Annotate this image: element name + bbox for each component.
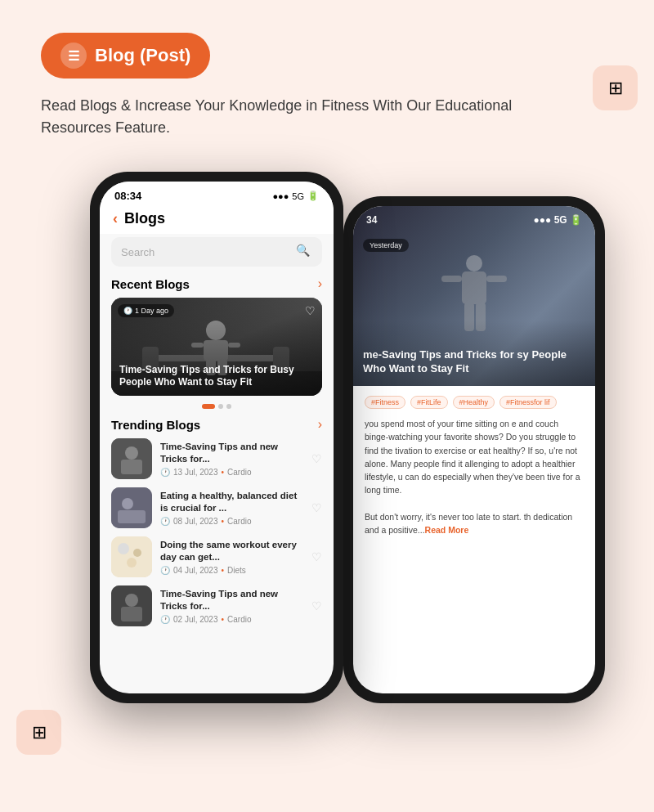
blog-info-2: Eating a healthy, balanced diet is cruci… [160, 490, 303, 526]
featured-heart-icon[interactable]: ♡ [305, 304, 316, 317]
back-button[interactable]: ‹ [113, 210, 118, 227]
featured-time-badge: 🕐 1 Day ago [118, 304, 174, 317]
phone-nav: ‹ Blogs [100, 205, 334, 234]
blog-icon: ☰ [60, 43, 87, 69]
svg-point-18 [125, 446, 138, 460]
list-item[interactable]: Eating a healthy, balanced diet is cruci… [111, 487, 322, 528]
badge-label: Blog (Post) [95, 45, 190, 66]
back-signal: ●●● 5G 🔋 [534, 214, 582, 226]
featured-card[interactable]: 🕐 1 Day ago ♡ Time-Saving Tips and Trick… [111, 298, 322, 396]
blog-info-4: Time-Saving Tips and new Tricks for... 🕐… [160, 588, 303, 624]
back-hero-image: 34 ●●● 5G 🔋 Yesterday me-Saving Tips and… [353, 206, 595, 386]
tag-healthy: #Healthy [453, 396, 495, 409]
hero-illustration [425, 247, 523, 353]
dot-3[interactable] [226, 404, 231, 409]
svg-point-24 [118, 543, 129, 554]
blog-item-title-4: Time-Saving Tips and new Tricks for... [160, 588, 303, 612]
featured-overlay: Time-Saving Tips and Tricks for Busy Peo… [111, 357, 322, 396]
svg-rect-3 [486, 276, 507, 282]
blog-badge: ☰ Blog (Post) [41, 33, 210, 79]
article-text: you spend most of your time sitting on e… [365, 417, 584, 536]
svg-point-26 [127, 558, 137, 568]
recent-blogs-title: Recent Blogs [111, 277, 190, 291]
carousel-dots [100, 404, 334, 409]
yesterday-badge: Yesterday [363, 239, 409, 252]
phones-container: 34 ●●● 5G 🔋 Yesterday me-Saving Tips and… [41, 172, 613, 728]
tag-fitness: #Fitness [365, 396, 405, 409]
svg-rect-1 [462, 271, 486, 304]
deco-shape-right: ⊞ [593, 65, 638, 110]
blog-heart-2[interactable]: ♡ [311, 501, 322, 514]
phone-front-inner: 08:34 ●●● 5G 🔋 ‹ Blogs Search 🔍 Recent B… [100, 182, 334, 693]
list-item[interactable]: Time-Saving Tips and new Tricks for... 🕐… [111, 585, 322, 626]
battery-icon: 🔋 [307, 191, 319, 201]
blog-heart-1[interactable]: ♡ [311, 452, 322, 465]
phone-back-inner: 34 ●●● 5G 🔋 Yesterday me-Saving Tips and… [353, 206, 595, 693]
blog-thumb-4 [111, 585, 152, 626]
tag-fitnessfor: #Fitnessfor lif [499, 396, 557, 409]
phone-back: 34 ●●● 5G 🔋 Yesterday me-Saving Tips and… [343, 196, 605, 703]
svg-rect-29 [121, 607, 142, 621]
network-label: 5G [292, 191, 304, 201]
blog-item-title-2: Eating a healthy, balanced diet is cruci… [160, 490, 303, 514]
recent-blogs-header: Recent Blogs › [100, 275, 334, 298]
blog-item-meta-2: 🕐 08 Jul, 2023 • Cardio [160, 517, 303, 526]
recent-blogs-arrow[interactable]: › [318, 276, 322, 291]
status-bar: 08:34 ●●● 5G 🔋 [100, 182, 334, 205]
blog-item-title-1: Time-Saving Tips and new Tricks for... [160, 441, 303, 465]
svg-point-25 [133, 549, 141, 557]
list-item[interactable]: Doing the same workout every day can get… [111, 536, 322, 577]
blog-heart-4[interactable]: ♡ [311, 599, 322, 612]
tags-row: #Fitness #FitLife #Healthy #Fitnessfor l… [365, 396, 584, 409]
signal-icon: ●●● [272, 191, 289, 201]
blog-thumb-1 [111, 438, 152, 479]
blog-item-meta-3: 🕐 04 Jul, 2023 • Diets [160, 566, 303, 575]
trending-blogs-header: Trending Blogs › [100, 415, 334, 438]
svg-point-11 [206, 321, 226, 340]
back-time: 34 [366, 214, 377, 226]
read-more-link[interactable]: Read More [425, 525, 469, 535]
svg-rect-5 [476, 303, 486, 331]
featured-title: Time-Saving Tips and Tricks for Busy Peo… [119, 364, 314, 389]
tag-fitlife: #FitLife [410, 396, 448, 409]
back-article-body: #Fitness #FitLife #Healthy #Fitnessfor l… [353, 386, 595, 693]
svg-rect-2 [441, 276, 462, 282]
search-placeholder: Search [121, 246, 155, 258]
trending-blogs-arrow[interactable]: › [318, 417, 322, 432]
blog-item-meta-4: 🕐 02 Jul, 2023 • Cardio [160, 615, 303, 624]
back-phone-content: 34 ●●● 5G 🔋 Yesterday me-Saving Tips and… [353, 206, 595, 693]
svg-point-21 [122, 498, 133, 509]
list-item[interactable]: Time-Saving Tips and new Tricks for... 🕐… [111, 438, 322, 479]
header-section: ☰ Blog (Post) Read Blogs & Increase Your… [0, 0, 654, 155]
svg-rect-14 [228, 343, 240, 348]
search-bar[interactable]: Search 🔍 [111, 237, 322, 267]
blog-item-title-3: Doing the same workout every day can get… [160, 539, 303, 563]
svg-rect-22 [118, 510, 146, 523]
blog-thumb-3 [111, 536, 152, 577]
svg-point-28 [125, 594, 138, 607]
svg-rect-23 [111, 536, 152, 577]
blog-item-meta-1: 🕐 13 Jul, 2023 • Cardio [160, 468, 303, 477]
back-hero-title: me-Saving Tips and Tricks for sy People … [363, 348, 585, 376]
back-status-bar: 34 ●●● 5G 🔋 [353, 214, 595, 226]
blog-info-1: Time-Saving Tips and new Tricks for... 🕐… [160, 441, 303, 477]
blog-heart-3[interactable]: ♡ [311, 550, 322, 563]
svg-rect-19 [121, 460, 142, 474]
blog-info-3: Doing the same workout every day can get… [160, 539, 303, 575]
subtitle: Read Blogs & Increase Your Knowledge in … [41, 95, 515, 139]
phone-front: 08:34 ●●● 5G 🔋 ‹ Blogs Search 🔍 Recent B… [90, 172, 343, 703]
svg-rect-4 [464, 303, 474, 331]
dot-1[interactable] [202, 404, 215, 409]
trending-blogs-title: Trending Blogs [111, 418, 200, 432]
dot-2[interactable] [218, 404, 223, 409]
search-icon: 🔍 [296, 244, 312, 260]
svg-rect-0 [466, 255, 482, 271]
blog-thumb-2 [111, 487, 152, 528]
trending-list: Time-Saving Tips and new Tricks for... 🕐… [100, 438, 334, 626]
status-time: 08:34 [114, 190, 141, 202]
svg-rect-13 [191, 343, 204, 348]
nav-title: Blogs [124, 210, 165, 227]
status-icons: ●●● 5G 🔋 [272, 191, 319, 201]
